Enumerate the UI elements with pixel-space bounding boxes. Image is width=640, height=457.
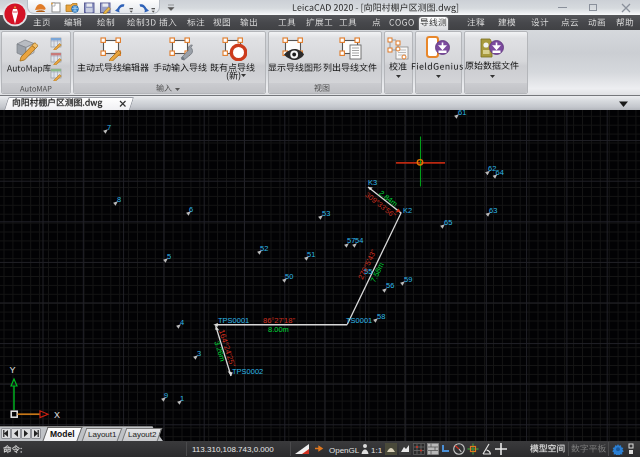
svg-text:56: 56	[386, 281, 394, 290]
svg-text:3: 3	[197, 349, 201, 358]
svg-text:86°27'18": 86°27'18"	[263, 316, 295, 325]
svg-text:5: 5	[167, 252, 171, 261]
svg-text:TPS0002: TPS0002	[232, 367, 263, 376]
svg-text:61: 61	[458, 110, 466, 117]
svg-text:TPS0001: TPS0001	[218, 316, 249, 325]
svg-text:8: 8	[117, 195, 121, 204]
svg-text:1:1: 1:1	[371, 446, 383, 455]
svg-text:51: 51	[307, 250, 315, 259]
svg-text:K3: K3	[368, 178, 377, 187]
svg-text:4: 4	[180, 318, 184, 327]
svg-text:59: 59	[404, 275, 412, 284]
svg-text:63: 63	[489, 206, 497, 215]
svg-text:8.00m: 8.00m	[268, 325, 289, 334]
svg-text:65: 65	[444, 218, 452, 227]
svg-text:TS0001: TS0001	[346, 316, 372, 325]
svg-text:53: 53	[322, 209, 330, 218]
svg-text:Y: Y	[10, 365, 16, 375]
svg-text:K2: K2	[403, 206, 412, 215]
svg-text:X: X	[54, 410, 60, 420]
svg-text:OpenGL: OpenGL	[329, 446, 360, 455]
svg-text:50: 50	[285, 272, 293, 281]
svg-text:7: 7	[107, 123, 111, 132]
svg-text:58: 58	[377, 312, 385, 321]
svg-text:52: 52	[260, 244, 268, 253]
